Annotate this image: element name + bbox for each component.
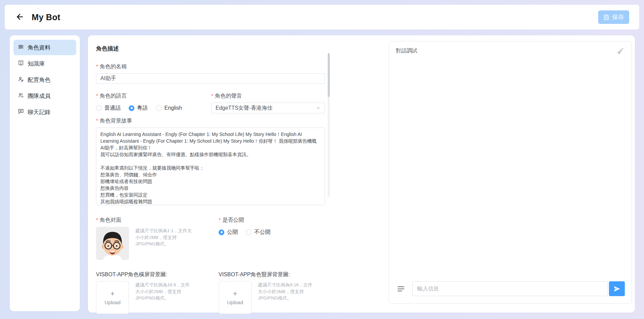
- role-cover-avatar[interactable]: [96, 227, 129, 260]
- chat-message-input[interactable]: [412, 281, 608, 296]
- sidebar-item-configure-role[interactable]: 配置角色: [13, 72, 76, 87]
- form-scrollbar-thumb[interactable]: [328, 53, 330, 97]
- landscape-upload-button[interactable]: + Upload: [96, 281, 129, 314]
- app-header: My Bot 保存: [5, 5, 639, 30]
- page-title: My Bot: [32, 12, 60, 22]
- sidebar-item-label: 團隊成員: [28, 92, 51, 100]
- back-button[interactable]: [15, 12, 25, 22]
- radio-public[interactable]: 公開: [219, 229, 238, 236]
- sidebar-item-label: 聊天記錄: [28, 108, 51, 116]
- plus-icon: +: [110, 290, 115, 297]
- list-icon: [396, 284, 406, 293]
- paper-plane-icon: [613, 285, 620, 292]
- role-name-input[interactable]: [96, 73, 325, 84]
- radio-label: English: [164, 105, 182, 111]
- voice-select[interactable]: EdgeTTS女聲-香港海佳: [211, 103, 325, 113]
- save-button[interactable]: 保存: [598, 10, 629, 24]
- required-mark: *: [211, 93, 213, 99]
- voice-select-value: EdgeTTS女聲-香港海佳: [216, 105, 272, 112]
- save-button-label: 保存: [612, 13, 624, 21]
- sidebar-item-team-members[interactable]: 團隊成員: [13, 88, 76, 104]
- user-edit-icon: [18, 76, 24, 84]
- landscape-bg-label: VISBOT-APP角色橫屏背景圖:: [96, 271, 219, 278]
- sidebar-item-knowledge-base[interactable]: 知識庫: [13, 56, 76, 71]
- main-content-card: 角色描述 * 角色的名稱 * 角色的語言 普通話 粵語: [88, 35, 635, 313]
- radio-label: 不公開: [254, 229, 270, 236]
- plus-icon: +: [233, 290, 237, 297]
- upload-label: Upload: [104, 299, 121, 305]
- cover-hint: 建議尺寸比例為1:1，文件大小小於2MB，僅支持JPG/PNG格式。: [135, 227, 193, 260]
- cover-label: * 角色封面: [96, 217, 219, 224]
- chat-panel-header: 對話調試: [389, 41, 632, 60]
- back-arrow-icon: [15, 12, 24, 22]
- sidebar-item-label: 角色資料: [28, 44, 51, 51]
- required-mark: *: [96, 64, 98, 70]
- sidebar-item-chat-history[interactable]: 聊天記錄: [13, 104, 76, 120]
- role-description-form: 角色描述 * 角色的名稱 * 角色的語言 普通話 粵語: [96, 45, 325, 314]
- chat-input-row: [396, 281, 625, 296]
- radio-cantonese[interactable]: 粵語: [129, 105, 148, 112]
- send-message-button[interactable]: [609, 281, 625, 296]
- chat-debug-panel: 對話調試: [389, 41, 632, 304]
- visibility-radio-group: 公開 不公開: [219, 227, 325, 238]
- quick-phrases-button[interactable]: [396, 284, 406, 294]
- radio-circle: [219, 229, 224, 235]
- language-label: * 角色的語言: [96, 93, 211, 100]
- boy-glasses-avatar-icon: [96, 227, 129, 260]
- story-textarea[interactable]: English AI Learning Assistant - Engly (F…: [96, 128, 325, 205]
- chevron-down-icon: [316, 106, 321, 110]
- radio-circle: [246, 229, 252, 235]
- upload-label: Upload: [227, 299, 243, 305]
- portrait-bg-hint: 建議尺寸比例為9:16，文件大小小於2MB，僅支持JPG/PNG格式。: [258, 281, 315, 314]
- radio-circle: [156, 105, 162, 111]
- radio-mandarin[interactable]: 普通話: [96, 105, 121, 112]
- section-title: 角色描述: [96, 45, 325, 52]
- visibility-label: * 是否公開: [219, 217, 325, 224]
- landscape-bg-hint: 建議尺寸比例為16:9，文件大小小於2MB，僅支持JPG/PNG格式。: [135, 281, 193, 314]
- form-scrollbar-track[interactable]: [328, 53, 330, 197]
- sidebar-item-label: 知識庫: [28, 60, 45, 68]
- portrait-bg-label: VISBOT-APP角色豎屏背景圖:: [219, 271, 325, 278]
- voice-label: * 角色的聲音: [211, 93, 325, 100]
- story-label: * 角色背景故事: [96, 117, 325, 125]
- broom-icon: [617, 47, 624, 55]
- language-radio-group: 普通話 粵語 English: [96, 103, 211, 113]
- save-icon: [603, 14, 610, 21]
- radio-label: 公開: [227, 229, 238, 236]
- radio-circle: [96, 105, 102, 111]
- sidebar-nav: 角色資料 知識庫 配置角色 團隊成員 聊天記錄: [10, 35, 80, 311]
- radio-circle: [129, 105, 134, 111]
- chat-messages-area: [389, 60, 632, 273]
- book-icon: [18, 60, 24, 68]
- chat-history-icon: [18, 108, 24, 116]
- chat-panel-title: 對話調試: [396, 47, 417, 55]
- sidebar-item-role-info[interactable]: 角色資料: [13, 40, 76, 55]
- radio-label: 粵語: [137, 105, 148, 112]
- radio-label: 普通話: [104, 105, 121, 112]
- required-mark: *: [219, 217, 221, 223]
- sliders-icon: [18, 44, 24, 51]
- sidebar-item-label: 配置角色: [28, 76, 51, 84]
- required-mark: *: [96, 217, 98, 223]
- required-mark: *: [96, 118, 98, 124]
- required-mark: *: [96, 93, 98, 99]
- clear-chat-button[interactable]: [616, 46, 625, 55]
- name-label: * 角色的名稱: [96, 63, 325, 70]
- radio-private[interactable]: 不公開: [246, 229, 270, 236]
- radio-english[interactable]: English: [156, 105, 182, 111]
- portrait-upload-button[interactable]: + Upload: [219, 281, 252, 314]
- team-icon: [18, 92, 24, 100]
